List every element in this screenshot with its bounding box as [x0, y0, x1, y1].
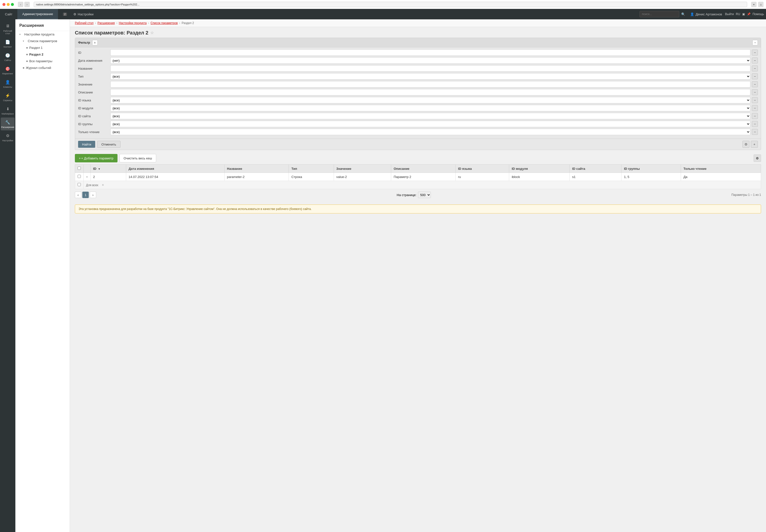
filter-settings-button[interactable]: ⚙ — [742, 141, 749, 148]
breadcrumb-extensions[interactable]: Расширения — [97, 21, 115, 25]
help-button[interactable]: Помощь — [753, 12, 764, 16]
filter-group-select[interactable]: (все) — [110, 121, 750, 127]
col-group-id[interactable]: ID группы — [621, 165, 681, 173]
nav-item-services[interactable]: ⚡ Сервисы — [1, 91, 15, 104]
search-input[interactable] — [640, 11, 679, 17]
clear-cache-button[interactable]: Очистить весь кеш — [119, 154, 156, 162]
filter-id-remove[interactable]: − — [752, 50, 758, 56]
nav-item-desktop[interactable]: 🖥 Рабочий стол — [1, 21, 15, 37]
marketplace-icon: ⬇ — [5, 106, 10, 112]
col-id[interactable]: ID ▼ — [90, 165, 126, 173]
filter-name-remove[interactable]: − — [752, 65, 758, 71]
nav-item-marketing[interactable]: 🎯 Маркетинг — [1, 64, 15, 77]
sidebar-item-event-log[interactable]: Журнал событий — [19, 64, 70, 71]
col-module-id[interactable]: ID модуля — [509, 165, 570, 173]
filter-readonly-remove[interactable]: − — [752, 129, 758, 135]
filter-row-id: ID − — [78, 49, 758, 56]
col-value[interactable]: Значение — [334, 165, 391, 173]
filter-id-input[interactable] — [110, 49, 750, 56]
select-all-checkbox[interactable] — [78, 167, 81, 170]
filter-module-select[interactable]: (все) — [110, 105, 750, 111]
close-dot[interactable] — [2, 3, 5, 6]
notifications-tab[interactable]: 2 — [60, 9, 70, 19]
filter-description-input[interactable] — [110, 89, 750, 95]
filter-site-remove[interactable]: − — [752, 113, 758, 119]
sidebar-item-params-list[interactable]: ▾ Список параметров — [19, 38, 70, 44]
next-page-button[interactable]: › — [90, 192, 96, 198]
row-description: Параметр 2 — [391, 173, 455, 181]
search-icon: 🔍 — [681, 12, 685, 16]
find-button[interactable]: Найти — [78, 141, 95, 148]
filter-minimize-button[interactable]: − — [752, 40, 758, 45]
filter-group-remove[interactable]: − — [752, 121, 758, 127]
filter-date-select[interactable]: (нет) — [110, 57, 750, 64]
filter-value-remove[interactable]: − — [752, 81, 758, 87]
per-page-label: На странице: — [397, 193, 416, 197]
breadcrumb-current: Раздел 2 — [182, 21, 194, 25]
breadcrumb-product-settings[interactable]: Настройки продукта — [119, 21, 147, 25]
nav-item-settings[interactable]: ⚙ Настройки — [1, 131, 15, 144]
table-settings-button[interactable]: ⚙ — [754, 154, 761, 162]
prev-page-button[interactable]: ‹ — [75, 192, 81, 198]
filter-add-field-button[interactable]: + — [751, 141, 758, 148]
col-name[interactable]: Название — [224, 165, 289, 173]
col-site-id[interactable]: ID сайта — [569, 165, 621, 173]
settings-tab[interactable]: ⚙ Настройки — [70, 9, 97, 19]
user-menu[interactable]: 👤 Денис Артамонов — [687, 12, 725, 16]
col-readonly[interactable]: Только чтение — [681, 165, 761, 173]
logout-button[interactable]: Выйти — [725, 12, 734, 16]
col-type[interactable]: Тип — [289, 165, 334, 173]
filter-site-select[interactable]: (все) — [110, 113, 750, 119]
breadcrumb-params-list[interactable]: Список параметров — [150, 21, 178, 25]
sidebar-item-product-settings[interactable]: ▾ Настройки продукта — [15, 31, 70, 38]
filter-value-input[interactable] — [110, 81, 750, 88]
per-page-select[interactable]: 500 — [418, 192, 431, 198]
sidebar-item-section2[interactable]: Раздел 2 — [22, 51, 70, 58]
filter-lang-select[interactable]: (все) — [110, 97, 750, 103]
row-readonly: Да — [681, 173, 761, 181]
row-id: 2 — [90, 173, 126, 181]
favorite-icon[interactable]: ☆ — [150, 30, 154, 35]
filter-readonly-select[interactable]: (все) — [110, 129, 750, 135]
app-header: Сайт Администрирование 2 ⚙ Настройки 🔍 👤… — [0, 9, 766, 19]
maximize-dot[interactable] — [11, 3, 14, 6]
nav-item-extensions[interactable]: 🔧 Расширения — [1, 118, 15, 130]
row-checkbox[interactable] — [78, 175, 81, 178]
col-description[interactable]: Описание — [391, 165, 455, 173]
nav-item-clients[interactable]: 👤 Клиенты — [1, 77, 15, 90]
for-all-checkbox[interactable] — [78, 183, 81, 186]
layout-button[interactable]: ▣ — [742, 12, 745, 16]
filter-module-remove[interactable]: − — [752, 105, 758, 111]
lang-button[interactable]: RU — [736, 12, 740, 16]
url-bar[interactable]: native.settings:8890/bitrix/admin/native… — [34, 2, 747, 7]
for-all-close[interactable]: × — [102, 183, 104, 187]
sidebar-item-section1[interactable]: Раздел 1 — [22, 44, 70, 51]
filter-type-select[interactable]: (все) — [110, 73, 750, 80]
cancel-button[interactable]: Отменить — [97, 141, 120, 148]
breadcrumb-desktop[interactable]: Рабочий стол — [75, 21, 93, 25]
site-tab[interactable]: Сайт — [0, 9, 17, 19]
drag-handle[interactable]: ≡ — [86, 175, 88, 179]
filter-description-remove[interactable]: − — [752, 89, 758, 95]
admin-tab[interactable]: Администрирование — [17, 9, 58, 19]
home-button[interactable]: ⌂ — [758, 2, 764, 7]
pin-button[interactable]: 📌 — [747, 12, 751, 16]
back-button[interactable]: ‹ — [18, 2, 23, 7]
col-lang-id[interactable]: ID языка — [455, 165, 509, 173]
forward-button[interactable]: › — [24, 2, 30, 7]
filter-type-remove[interactable]: − — [752, 73, 758, 79]
new-tab-button[interactable]: + — [751, 2, 757, 7]
nav-item-marketplace[interactable]: ⬇ Marketplace — [1, 104, 15, 117]
nav-item-content[interactable]: 📄 Контент — [1, 37, 15, 50]
filter-add-button[interactable]: + — [92, 40, 98, 45]
filter-lang-remove[interactable]: − — [752, 97, 758, 103]
minimize-dot[interactable] — [7, 3, 10, 6]
col-date-changed[interactable]: Дата изменения — [126, 165, 224, 173]
page-1-button[interactable]: 1 — [82, 192, 89, 198]
sidebar-item-all-params[interactable]: Все параметры — [22, 58, 70, 64]
filter-name-input[interactable] — [110, 65, 750, 72]
filter-date-remove[interactable]: − — [752, 58, 758, 63]
add-param-button[interactable]: + + Добавить параметр — [75, 154, 118, 162]
row-type: Строка — [289, 173, 334, 181]
nav-item-sites[interactable]: 🕐 Сайты — [1, 51, 15, 63]
